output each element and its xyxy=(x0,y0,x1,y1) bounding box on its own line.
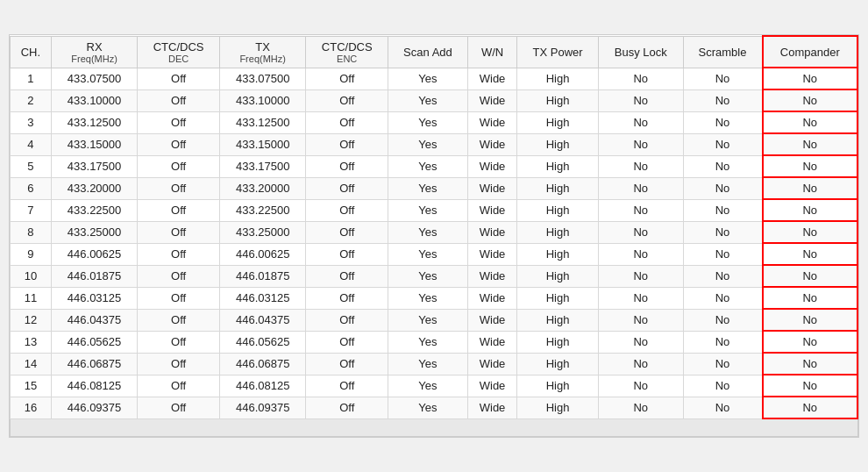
cell-busy_lock: No xyxy=(598,89,683,111)
table-row[interactable]: 13446.05625Off446.05625OffYesWideHighNoN… xyxy=(11,331,858,353)
cell-rx: 446.00625 xyxy=(51,243,137,265)
cell-rx: 446.03125 xyxy=(51,287,137,309)
cell-ctcdcs_dec: Off xyxy=(138,265,220,287)
cell-ch: 9 xyxy=(11,243,52,265)
table-row[interactable]: 9446.00625Off446.00625OffYesWideHighNoNo… xyxy=(11,243,858,265)
cell-compander: No xyxy=(763,287,857,309)
cell-tx_power: High xyxy=(517,155,599,177)
cell-compander: No xyxy=(763,331,857,353)
cell-scramble: No xyxy=(683,68,763,89)
cell-wn: Wide xyxy=(467,375,516,397)
cell-wn: Wide xyxy=(467,331,516,353)
cell-compander: No xyxy=(763,397,857,418)
cell-busy_lock: No xyxy=(598,331,683,353)
cell-scan_add: Yes xyxy=(388,397,468,418)
cell-compander: No xyxy=(763,243,857,265)
cell-tx: 446.09375 xyxy=(219,397,305,418)
cell-ctcdcs_dec: Off xyxy=(138,375,220,397)
col-header-busy_lock: Busy Lock xyxy=(598,36,683,68)
cell-busy_lock: No xyxy=(598,397,683,418)
cell-rx: 433.22500 xyxy=(51,199,137,221)
cell-busy_lock: No xyxy=(598,265,683,287)
cell-rx: 446.01875 xyxy=(51,265,137,287)
table-row[interactable]: 12446.04375Off446.04375OffYesWideHighNoN… xyxy=(11,309,858,331)
table-row[interactable]: 6433.20000Off433.20000OffYesWideHighNoNo… xyxy=(11,177,858,199)
cell-scramble: No xyxy=(683,177,763,199)
cell-ctcdcs_enc: Off xyxy=(306,155,388,177)
cell-scan_add: Yes xyxy=(388,177,468,199)
table-row[interactable]: 2433.10000Off433.10000OffYesWideHighNoNo… xyxy=(11,89,858,111)
table-row[interactable]: 4433.15000Off433.15000OffYesWideHighNoNo… xyxy=(11,133,858,155)
cell-wn: Wide xyxy=(467,68,516,89)
table-row[interactable]: 11446.03125Off446.03125OffYesWideHighNoN… xyxy=(11,287,858,309)
cell-busy_lock: No xyxy=(598,199,683,221)
col-header-compander: Compander xyxy=(763,36,857,68)
cell-busy_lock: No xyxy=(598,111,683,133)
cell-ctcdcs_enc: Off xyxy=(306,68,388,89)
cell-compander: No xyxy=(763,133,857,155)
cell-rx: 433.17500 xyxy=(51,155,137,177)
cell-busy_lock: No xyxy=(598,133,683,155)
cell-ch: 10 xyxy=(11,265,52,287)
cell-scan_add: Yes xyxy=(388,89,468,111)
table-footer xyxy=(11,418,858,436)
cell-tx_power: High xyxy=(517,111,599,133)
cell-wn: Wide xyxy=(467,243,516,265)
cell-ctcdcs_dec: Off xyxy=(138,68,220,89)
table-row[interactable]: 7433.22500Off433.22500OffYesWideHighNoNo… xyxy=(11,199,858,221)
cell-ctcdcs_dec: Off xyxy=(138,89,220,111)
table-row[interactable]: 15446.08125Off446.08125OffYesWideHighNoN… xyxy=(11,375,858,397)
cell-tx: 446.04375 xyxy=(219,309,305,331)
cell-rx: 433.15000 xyxy=(51,133,137,155)
cell-scan_add: Yes xyxy=(388,287,468,309)
cell-scramble: No xyxy=(683,397,763,418)
cell-scramble: No xyxy=(683,155,763,177)
cell-ch: 4 xyxy=(11,133,52,155)
cell-rx: 433.25000 xyxy=(51,221,137,243)
table-row[interactable]: 10446.01875Off446.01875OffYesWideHighNoN… xyxy=(11,265,858,287)
cell-scan_add: Yes xyxy=(388,111,468,133)
cell-scramble: No xyxy=(683,353,763,375)
cell-scan_add: Yes xyxy=(388,375,468,397)
cell-wn: Wide xyxy=(467,397,516,418)
cell-wn: Wide xyxy=(467,287,516,309)
cell-ctcdcs_enc: Off xyxy=(306,89,388,111)
cell-wn: Wide xyxy=(467,177,516,199)
cell-ctcdcs_enc: Off xyxy=(306,111,388,133)
cell-tx: 433.17500 xyxy=(219,155,305,177)
cell-scramble: No xyxy=(683,243,763,265)
cell-busy_lock: No xyxy=(598,221,683,243)
table-row[interactable]: 14446.06875Off446.06875OffYesWideHighNoN… xyxy=(11,353,858,375)
cell-rx: 446.08125 xyxy=(51,375,137,397)
table-row[interactable]: 3433.12500Off433.12500OffYesWideHighNoNo… xyxy=(11,111,858,133)
cell-ctcdcs_dec: Off xyxy=(138,177,220,199)
cell-scramble: No xyxy=(683,265,763,287)
cell-ch: 7 xyxy=(11,199,52,221)
table-row[interactable]: 1433.07500Off433.07500OffYesWideHighNoNo… xyxy=(11,68,858,89)
cell-busy_lock: No xyxy=(598,353,683,375)
cell-rx: 446.05625 xyxy=(51,331,137,353)
cell-tx: 433.12500 xyxy=(219,111,305,133)
table-row[interactable]: 16446.09375Off446.09375OffYesWideHighNoN… xyxy=(11,397,858,418)
cell-scan_add: Yes xyxy=(388,309,468,331)
cell-scan_add: Yes xyxy=(388,265,468,287)
cell-compander: No xyxy=(763,265,857,287)
cell-wn: Wide xyxy=(467,133,516,155)
cell-ctcdcs_dec: Off xyxy=(138,243,220,265)
cell-compander: No xyxy=(763,155,857,177)
table-row[interactable]: 5433.17500Off433.17500OffYesWideHighNoNo… xyxy=(11,155,858,177)
radio-channel-table: CH.RXFreq(MHz)CTC/DCSDECTXFreq(MHz)CTC/D… xyxy=(9,34,859,438)
cell-wn: Wide xyxy=(467,353,516,375)
cell-tx: 446.06875 xyxy=(219,353,305,375)
cell-scramble: No xyxy=(683,133,763,155)
cell-busy_lock: No xyxy=(598,177,683,199)
cell-scramble: No xyxy=(683,221,763,243)
col-header-scramble: Scramble xyxy=(683,36,763,68)
cell-tx: 446.00625 xyxy=(219,243,305,265)
cell-rx: 433.07500 xyxy=(51,68,137,89)
table-row[interactable]: 8433.25000Off433.25000OffYesWideHighNoNo… xyxy=(11,221,858,243)
cell-busy_lock: No xyxy=(598,68,683,89)
cell-tx: 433.25000 xyxy=(219,221,305,243)
cell-compander: No xyxy=(763,199,857,221)
cell-ctcdcs_enc: Off xyxy=(306,397,388,418)
